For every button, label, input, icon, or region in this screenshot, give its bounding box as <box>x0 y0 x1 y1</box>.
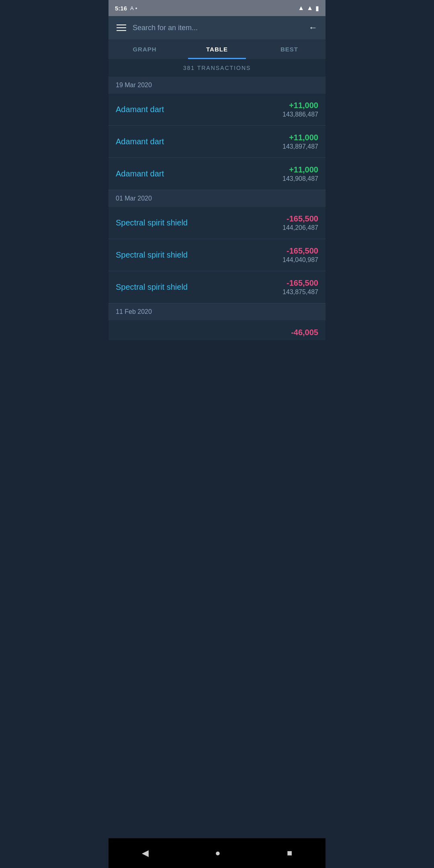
change-value: +11,000 <box>283 165 318 174</box>
transaction-values: -165,500 144,206,487 <box>283 214 318 231</box>
transaction-values: -46,005 <box>291 328 318 337</box>
item-name: Adamant dart <box>116 105 164 114</box>
date-header-2: 01 Mar 2020 <box>108 190 326 207</box>
transaction-values: +11,000 143,897,487 <box>283 133 318 150</box>
change-value: -165,500 <box>283 214 318 223</box>
wifi-icon: ▲ <box>298 4 304 12</box>
partial-change-value: -46,005 <box>291 328 318 337</box>
status-left: 5:16 A ▪ <box>115 5 137 12</box>
hamburger-menu[interactable] <box>117 25 126 31</box>
balance-value: 143,897,487 <box>283 143 318 150</box>
tab-best[interactable]: BEST <box>253 39 326 59</box>
status-icon-sim: ▪ <box>135 5 137 11</box>
transaction-values: -165,500 143,875,487 <box>283 278 318 296</box>
item-name: Adamant dart <box>116 137 164 146</box>
balance-value: 143,908,487 <box>283 175 318 182</box>
hamburger-line <box>117 30 126 31</box>
tab-graph[interactable]: GRAPH <box>108 39 181 59</box>
status-bar: 5:16 A ▪ ▲ ▲ ▮ <box>108 0 326 16</box>
balance-value: 143,875,487 <box>283 289 318 296</box>
change-value: -165,500 <box>283 246 318 256</box>
tab-table[interactable]: TABLE <box>181 39 253 59</box>
back-button[interactable]: ← <box>309 23 317 33</box>
transaction-row[interactable]: Adamant dart +11,000 143,897,487 <box>108 126 326 158</box>
date-header-3: 11 Feb 2020 <box>108 303 326 320</box>
item-name: Spectral spirit shield <box>116 218 188 227</box>
status-icon-a: A <box>130 5 134 11</box>
status-icons: A ▪ <box>130 5 137 11</box>
tab-bar: GRAPH TABLE BEST <box>108 39 326 59</box>
search-bar: Search for an item... ← <box>108 16 326 39</box>
transaction-count: 381 TRANSACTIONS <box>108 59 326 77</box>
transaction-values: +11,000 143,908,487 <box>283 165 318 182</box>
item-name: Spectral spirit shield <box>116 283 188 292</box>
change-value: +11,000 <box>283 101 318 110</box>
balance-value: 143,886,487 <box>283 111 318 118</box>
transaction-values: +11,000 143,886,487 <box>283 101 318 118</box>
signal-icon: ▲ <box>307 4 313 12</box>
hamburger-line <box>117 25 126 25</box>
status-time: 5:16 <box>115 5 127 12</box>
balance-value: 144,206,487 <box>283 224 318 231</box>
item-name: Spectral spirit shield <box>116 250 188 260</box>
change-value: +11,000 <box>283 133 318 142</box>
transaction-row-partial: -46,005 <box>108 320 326 340</box>
search-placeholder[interactable]: Search for an item... <box>133 24 302 32</box>
balance-value: 144,040,987 <box>283 256 318 264</box>
item-name: Adamant dart <box>116 169 164 178</box>
date-header-1: 19 Mar 2020 <box>108 77 326 94</box>
transaction-row[interactable]: Adamant dart +11,000 143,908,487 <box>108 158 326 190</box>
battery-icon: ▮ <box>315 4 319 12</box>
transaction-row[interactable]: Spectral spirit shield -165,500 144,040,… <box>108 239 326 271</box>
transaction-row[interactable]: Adamant dart +11,000 143,886,487 <box>108 94 326 126</box>
transaction-row[interactable]: Spectral spirit shield -165,500 144,206,… <box>108 207 326 239</box>
transaction-values: -165,500 144,040,987 <box>283 246 318 264</box>
status-right: ▲ ▲ ▮ <box>298 4 319 12</box>
transaction-row[interactable]: Spectral spirit shield -165,500 143,875,… <box>108 271 326 303</box>
hamburger-line <box>117 27 126 28</box>
change-value: -165,500 <box>283 278 318 288</box>
